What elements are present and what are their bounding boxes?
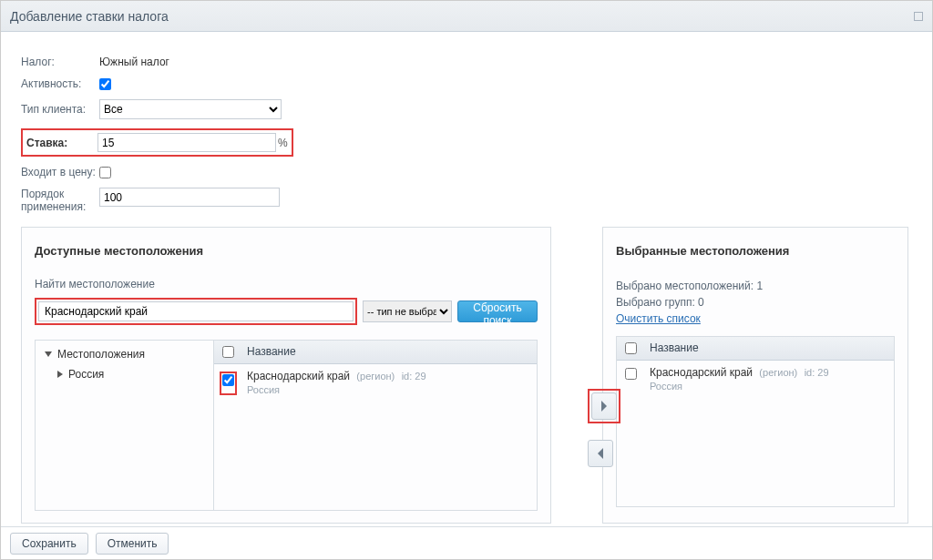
- selected-select-all-checkbox[interactable]: [625, 342, 637, 354]
- selected-list-header: Название: [617, 337, 894, 361]
- selected-col-name: Название: [644, 341, 699, 354]
- order-label: Порядок применения:: [21, 188, 99, 214]
- selected-row-title: Краснодарский край: [650, 366, 753, 379]
- rate-suffix: %: [278, 137, 288, 149]
- row-rate: Ставка: %: [21, 128, 912, 157]
- active-checkbox[interactable]: [99, 78, 111, 90]
- selected-row-checkbox[interactable]: [625, 368, 637, 380]
- available-row[interactable]: Краснодарский край (регион) id: 29 Росси…: [214, 364, 537, 401]
- arrow-right-highlight: [588, 389, 620, 423]
- row-client-type: Тип клиента: Все: [21, 99, 912, 119]
- selected-row-body: Краснодарский край (регион) id: 29 Росси…: [644, 366, 894, 392]
- tree-child-label: Россия: [68, 368, 104, 381]
- window-title: Добавление ставки налога: [10, 9, 169, 24]
- available-select-all-checkbox[interactable]: [222, 346, 234, 358]
- chevron-right-icon: [600, 400, 609, 412]
- row-active: Активность:: [21, 77, 912, 90]
- row-tax: Налог: Южный налог: [21, 56, 912, 68]
- available-row-kind: (регион): [356, 371, 395, 382]
- tax-label: Налог:: [21, 56, 99, 68]
- tax-value: Южный налог: [99, 56, 169, 68]
- available-list-header: Название: [214, 341, 537, 364]
- selected-list: Название Краснодарский край (регион) id:…: [616, 336, 895, 507]
- tree-root-label: Местоположения: [57, 348, 145, 361]
- move-right-button[interactable]: [591, 392, 617, 420]
- available-row-checkbox[interactable]: [222, 374, 234, 386]
- client-type-label: Тип клиента:: [21, 103, 99, 116]
- in-price-label: Входит в цену:: [21, 166, 99, 178]
- chevron-down-icon: [45, 351, 52, 357]
- in-price-checkbox[interactable]: [99, 167, 111, 178]
- location-tree[interactable]: Местоположения Россия: [35, 340, 213, 511]
- search-label: Найти местоположение: [35, 278, 538, 290]
- split-area: Местоположения Россия Название: [35, 340, 538, 511]
- active-label: Активность:: [21, 77, 99, 90]
- available-row-sub: Россия: [247, 384, 537, 395]
- available-row-title: Краснодарский край: [247, 370, 350, 382]
- selected-row-kind: (регион): [759, 367, 797, 378]
- rate-input[interactable]: [97, 133, 276, 152]
- footer-bar: Сохранить Отменить: [1, 526, 932, 559]
- selected-info: Выбрано местоположений: 1 Выбрано групп:…: [616, 278, 895, 327]
- available-row-id: id: 29: [402, 371, 426, 382]
- search-row: -- тип не выбран Сбросить поиск: [35, 298, 538, 325]
- selected-count: Выбрано местоположений: 1: [616, 278, 895, 294]
- row-order: Порядок применения:: [21, 188, 912, 214]
- available-panel: Доступные местоположения Найти местополо…: [21, 227, 551, 524]
- client-type-select[interactable]: Все: [99, 99, 282, 119]
- maximize-icon[interactable]: [914, 12, 923, 21]
- panels-container: Доступные местоположения Найти местополо…: [21, 227, 912, 524]
- clear-list-link[interactable]: Очистить список: [616, 312, 701, 325]
- search-highlight: [35, 298, 357, 325]
- order-input[interactable]: [99, 188, 280, 207]
- available-list: Название Краснодарский край (регион): [213, 340, 538, 511]
- search-input[interactable]: [38, 301, 354, 321]
- transfer-arrows: [588, 389, 620, 467]
- dialog-window: Добавление ставки налога Налог: Южный на…: [0, 0, 933, 560]
- title-bar: Добавление ставки налога: [1, 1, 932, 32]
- available-col-name: Название: [241, 345, 296, 358]
- selected-row-id: id: 29: [805, 367, 829, 378]
- row-in-price: Входит в цену:: [21, 166, 912, 178]
- rate-label: Ставка:: [26, 137, 97, 149]
- chevron-left-icon: [596, 447, 605, 460]
- selected-row-sub: Россия: [650, 381, 894, 392]
- selected-row[interactable]: Краснодарский край (регион) id: 29 Росси…: [617, 361, 894, 397]
- cancel-button[interactable]: Отменить: [96, 533, 169, 555]
- tree-root-node[interactable]: Местоположения: [45, 348, 204, 361]
- available-row-body: Краснодарский край (регион) id: 29 Росси…: [241, 370, 537, 395]
- reset-search-button[interactable]: Сбросить поиск: [457, 300, 538, 322]
- content-area: Налог: Южный налог Активность: Тип клиен…: [1, 32, 932, 533]
- move-left-button[interactable]: [588, 440, 613, 467]
- selected-panel: Выбранные местоположения Выбрано местопо…: [602, 227, 908, 524]
- rate-highlight: Ставка: %: [21, 128, 293, 157]
- selected-groups: Выбрано групп: 0: [616, 294, 895, 311]
- chevron-right-icon: [57, 371, 63, 378]
- save-button[interactable]: Сохранить: [10, 533, 88, 555]
- selected-title: Выбранные местоположения: [616, 244, 895, 258]
- row-check-highlight: [220, 372, 237, 395]
- tree-child-node[interactable]: Россия: [45, 368, 204, 381]
- type-select[interactable]: -- тип не выбран: [363, 300, 452, 322]
- available-title: Доступные местоположения: [35, 244, 538, 258]
